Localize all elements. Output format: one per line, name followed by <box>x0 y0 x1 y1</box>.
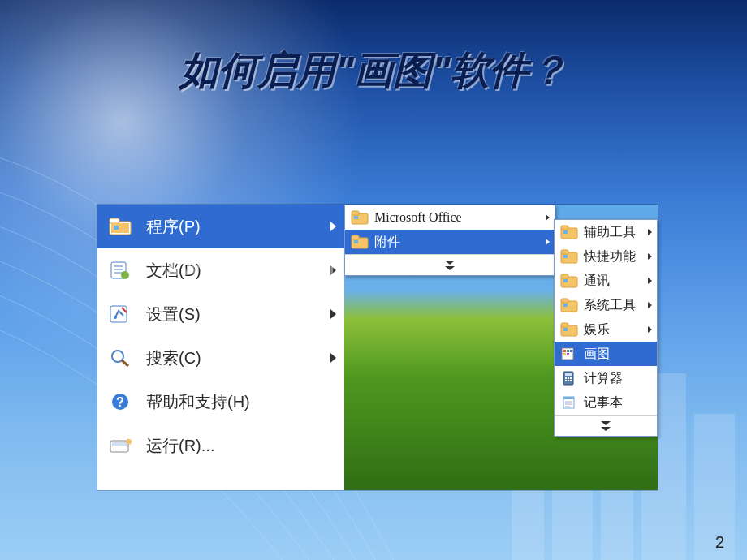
submenu-item-label: 快捷功能 <box>584 248 636 265</box>
svg-rect-21 <box>112 442 127 446</box>
calculator-icon <box>559 369 579 387</box>
submenu-arrow-icon <box>648 229 652 235</box>
page-number: 2 <box>715 533 724 552</box>
accessories-submenu: 辅助工具 快捷功能 通讯 系统工具 娱乐 <box>554 219 658 437</box>
notepad-icon <box>559 394 579 411</box>
submenu-item-notepad[interactable]: 记事本 <box>555 390 657 415</box>
settings-icon <box>106 299 135 329</box>
submenu-item-paint[interactable]: 画图 <box>555 342 657 366</box>
start-item-help[interactable]: ? 帮助和支持(H) <box>97 380 344 424</box>
svg-text:?: ? <box>116 395 124 409</box>
svg-rect-57 <box>570 380 572 381</box>
submenu-item-label: 娱乐 <box>584 321 610 338</box>
submenu-expand-hint[interactable] <box>555 415 657 436</box>
svg-rect-47 <box>570 350 572 352</box>
folder-icon <box>559 248 579 265</box>
chevron-down-icon <box>601 427 611 431</box>
programs-submenu: Microsoft Office 附件 <box>344 205 555 276</box>
svg-rect-52 <box>565 377 567 379</box>
submenu-item-label: 辅助工具 <box>584 224 636 241</box>
svg-rect-25 <box>354 216 358 219</box>
folder-icon <box>559 296 579 314</box>
svg-line-17 <box>122 360 128 366</box>
svg-rect-33 <box>561 250 568 254</box>
documents-icon <box>106 256 135 285</box>
submenu-arrow-icon <box>330 309 336 319</box>
start-item-documents[interactable]: 文档(D) <box>97 248 344 292</box>
folder-icon <box>350 209 369 226</box>
programs-folder-icon <box>106 212 135 241</box>
submenu-item-label: 通讯 <box>584 273 610 290</box>
start-item-settings[interactable]: 设置(S) <box>97 292 344 336</box>
folder-icon <box>350 233 369 251</box>
submenu-arrow-icon <box>546 214 550 221</box>
start-menu-panel: 程序(P) 文档(D) <box>97 205 344 490</box>
submenu-item-label: 记事本 <box>584 394 623 411</box>
svg-rect-6 <box>110 218 119 223</box>
svg-point-16 <box>112 351 123 362</box>
submenu-item-label: 画图 <box>584 346 610 363</box>
submenu-expand-hint[interactable] <box>345 254 555 275</box>
submenu-item-shortcuts[interactable]: 快捷功能 <box>555 244 657 269</box>
submenu-item-label: 系统工具 <box>584 297 636 314</box>
svg-rect-37 <box>563 279 568 282</box>
svg-point-13 <box>121 271 129 279</box>
svg-rect-27 <box>352 235 359 239</box>
svg-rect-48 <box>563 353 566 355</box>
svg-rect-55 <box>565 380 567 381</box>
svg-rect-54 <box>570 377 572 379</box>
start-item-search[interactable]: 搜索(C) <box>97 336 344 380</box>
submenu-item-label: 计算器 <box>584 370 623 387</box>
submenu-arrow-icon <box>330 222 336 231</box>
start-item-programs[interactable]: 程序(P) <box>97 205 344 248</box>
start-item-label: 程序(P) <box>146 216 201 238</box>
svg-rect-28 <box>354 240 358 243</box>
submenu-arrow-icon <box>546 239 550 245</box>
submenu-arrow-icon <box>648 326 652 333</box>
start-item-label: 运行(R)... <box>146 435 214 457</box>
submenu-item-systemtools[interactable]: 系统工具 <box>555 293 657 317</box>
start-item-label: 设置(S) <box>146 304 201 325</box>
svg-rect-43 <box>563 328 568 331</box>
start-item-run[interactable]: 运行(R)... <box>97 424 344 467</box>
svg-rect-49 <box>567 353 569 355</box>
help-icon: ? <box>106 387 135 416</box>
start-item-label: 文档(D) <box>146 260 201 282</box>
submenu-arrow-icon <box>648 253 652 260</box>
folder-icon <box>559 272 579 290</box>
screenshot-composite: 程序(P) 文档(D) <box>97 205 658 490</box>
svg-rect-31 <box>563 230 568 234</box>
svg-rect-30 <box>561 226 568 230</box>
svg-rect-39 <box>561 299 568 303</box>
submenu-arrow-icon <box>648 302 652 308</box>
submenu-item-accessories[interactable]: 附件 <box>345 230 555 254</box>
svg-rect-14 <box>110 306 127 322</box>
run-icon <box>106 431 135 460</box>
svg-rect-36 <box>561 274 568 278</box>
submenu-arrow-icon <box>330 353 336 363</box>
svg-rect-42 <box>561 323 568 327</box>
submenu-item-entertainment[interactable]: 娱乐 <box>555 317 657 342</box>
svg-rect-51 <box>565 373 572 376</box>
submenu-item-accessibility[interactable]: 辅助工具 <box>555 220 657 244</box>
svg-rect-8 <box>114 226 119 230</box>
start-item-label: 帮助和支持(H) <box>146 391 250 413</box>
submenu-arrow-icon <box>648 278 652 284</box>
chevron-down-icon <box>445 261 455 265</box>
svg-rect-53 <box>568 377 569 379</box>
submenu-item-communication[interactable]: 通讯 <box>555 269 657 293</box>
svg-rect-24 <box>352 211 359 215</box>
chevron-down-icon <box>601 421 611 425</box>
submenu-item-label: 附件 <box>374 234 400 251</box>
slide-title: 如何启用"画图"软件？ <box>0 45 747 97</box>
svg-rect-45 <box>563 350 566 352</box>
start-item-label: 搜索(C) <box>146 347 201 369</box>
svg-rect-59 <box>563 397 574 399</box>
submenu-item-label: Microsoft Office <box>374 210 462 225</box>
submenu-item-msoffice[interactable]: Microsoft Office <box>345 205 555 230</box>
paint-icon <box>559 345 579 363</box>
submenu-item-calculator[interactable]: 计算器 <box>555 366 657 390</box>
search-icon <box>106 343 135 373</box>
svg-rect-40 <box>563 304 568 307</box>
submenu-arrow-icon <box>330 265 336 275</box>
